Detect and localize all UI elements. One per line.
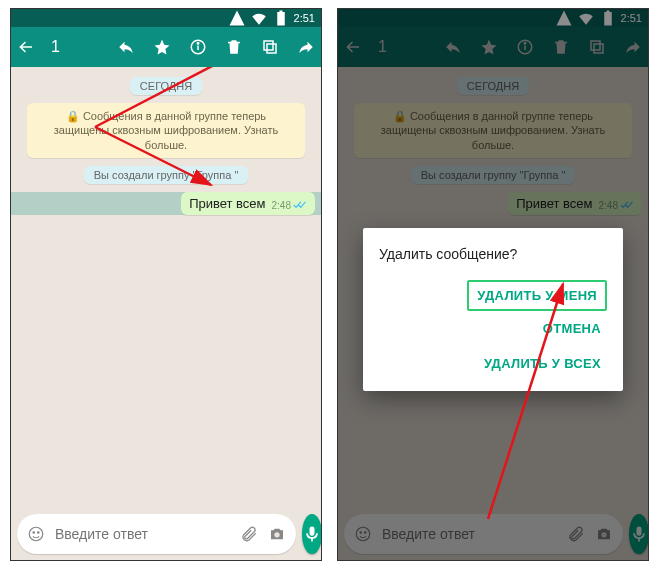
- selection-appbar: 1: [11, 27, 321, 67]
- selection-count: 1: [51, 38, 60, 56]
- star-icon[interactable]: [153, 38, 171, 56]
- svg-point-9: [38, 532, 40, 534]
- cancel-button[interactable]: ОТМЕНА: [537, 311, 607, 346]
- encryption-notice[interactable]: 🔒Сообщения в данной группе теперь защище…: [27, 103, 305, 158]
- message-input[interactable]: [55, 526, 230, 542]
- copy-icon[interactable]: [261, 38, 279, 56]
- svg-rect-3: [267, 44, 276, 53]
- message-row-selected[interactable]: Привет всем 2:48: [11, 192, 321, 215]
- status-bar: 2:51: [11, 9, 321, 27]
- wifi-icon: [250, 9, 268, 27]
- back-icon[interactable]: [17, 38, 35, 56]
- attach-icon[interactable]: [240, 525, 258, 543]
- phone-right: 2:51 1 СЕГОДНЯ 🔒Сообщения в данной групп…: [337, 8, 649, 561]
- input-pill[interactable]: [17, 514, 296, 554]
- delete-icon[interactable]: [225, 38, 243, 56]
- message-meta: 2:48: [272, 200, 307, 211]
- svg-rect-4: [264, 41, 273, 50]
- svg-point-2: [197, 43, 199, 45]
- input-bar: [11, 508, 321, 560]
- delete-for-all-button[interactable]: УДАЛИТЬ У ВСЕХ: [478, 346, 607, 381]
- reply-icon[interactable]: [117, 38, 135, 56]
- encryption-text: Сообщения в данной группе теперь защищен…: [54, 110, 278, 151]
- dialog-title: Удалить сообщение?: [379, 246, 607, 262]
- svg-point-10: [274, 532, 279, 537]
- forward-icon[interactable]: [297, 38, 315, 56]
- phone-left: 2:51 1 СЕГОДН: [10, 8, 322, 561]
- message-text: Привет всем: [189, 196, 265, 211]
- svg-point-8: [33, 532, 35, 534]
- read-ticks-icon: [293, 200, 307, 210]
- date-chip: СЕГОДНЯ: [130, 77, 202, 95]
- mic-icon: [302, 524, 322, 544]
- message-bubble[interactable]: Привет всем 2:48: [181, 192, 315, 215]
- system-message: Вы создали группу "Группа ": [84, 166, 249, 184]
- info-icon[interactable]: [189, 38, 207, 56]
- signal-icon: [228, 9, 246, 27]
- camera-icon[interactable]: [268, 525, 286, 543]
- message-time: 2:48: [272, 200, 291, 211]
- emoji-icon[interactable]: [27, 525, 45, 543]
- mic-button[interactable]: [302, 514, 322, 554]
- lock-icon: 🔒: [66, 110, 80, 122]
- chat-area: СЕГОДНЯ 🔒Сообщения в данной группе тепер…: [11, 67, 321, 560]
- status-time: 2:51: [294, 12, 315, 24]
- dialog-overlay[interactable]: Удалить сообщение? УДАЛИТЬ У МЕНЯ ОТМЕНА…: [338, 9, 648, 560]
- delete-dialog: Удалить сообщение? УДАЛИТЬ У МЕНЯ ОТМЕНА…: [363, 228, 623, 391]
- battery-icon: [272, 9, 290, 27]
- svg-point-7: [29, 527, 43, 541]
- delete-for-me-button[interactable]: УДАЛИТЬ У МЕНЯ: [467, 280, 607, 311]
